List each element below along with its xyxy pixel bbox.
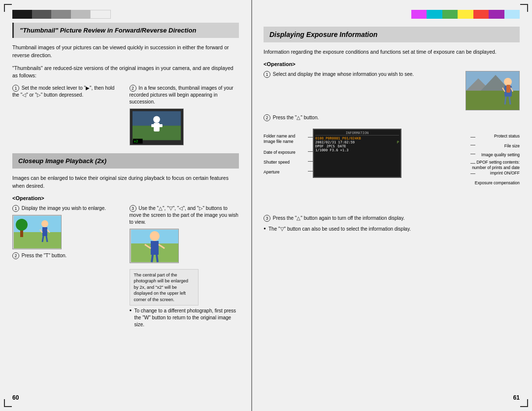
exposure-step1-row: 1 Select and display the image whose inf… (264, 71, 520, 110)
page-number-left: 60 (12, 394, 19, 401)
closeup-step1-col: 1 Display the image you wish to enlarge. (12, 205, 122, 329)
closeup-step3-image (130, 229, 179, 263)
svg-line-43 (505, 97, 506, 104)
svg-point-16 (41, 220, 48, 227)
right-panel: Displaying Exposure Information Informat… (251, 0, 532, 411)
svg-line-20 (42, 236, 43, 242)
closeup-body1: Images can be enlarged to twice their or… (12, 174, 239, 190)
svg-rect-7 (157, 124, 162, 127)
thumbnail-step1-text: 1 Set the mode select lever to "▶", then… (12, 85, 122, 99)
exposure-bullet1: The "▽" button can also be used to selec… (264, 226, 520, 233)
label-aperture: Aperture (264, 170, 280, 174)
thumbnail-svg: x2 (130, 108, 183, 145)
thumbnail-step2-text: 2 In a few seconds, thumbnail images of … (130, 85, 239, 105)
svg-rect-40 (506, 85, 510, 93)
color-block-dgray (32, 10, 52, 19)
thumbnail-step2: 2 In a few seconds, thumbnail images of … (130, 85, 239, 145)
exposure-section-header: Displaying Exposure Information (264, 27, 520, 42)
svg-point-37 (504, 78, 512, 86)
color-block-black (12, 10, 32, 19)
color-block-cyan (427, 10, 442, 19)
color-block-gray (51, 10, 71, 19)
line-quality (470, 154, 475, 154)
thumbnail-preview-image: x2 (130, 108, 184, 145)
color-strip-right-wrapper (264, 10, 520, 23)
svg-line-21 (46, 236, 47, 242)
closeup-bullet1: To change to a different photograph, fir… (130, 308, 239, 328)
svg-rect-6 (151, 124, 156, 127)
closeup-step1-image (12, 215, 62, 249)
svg-rect-27 (151, 241, 159, 255)
closeup-operation: <Operation> (12, 195, 239, 201)
color-strip-left (12, 10, 111, 19)
line-aperture (308, 171, 313, 171)
exposure-step1-text: 1 Select and display the image whose inf… (264, 71, 460, 78)
thumbnail-body1: Thumbnail images of your pictures can be… (12, 44, 239, 60)
info-diagram: INFORMATION 0100_P0R0001_P01/024KB 2002/… (264, 126, 520, 210)
svg-point-26 (150, 231, 160, 241)
label-folder: Folder name and Image file name (264, 134, 295, 144)
line-filesize (470, 145, 475, 145)
color-block-yellow (458, 10, 473, 19)
closeup-title: Closeup Image Playback (2x) (18, 157, 233, 165)
color-block-white (90, 10, 111, 19)
svg-line-30 (152, 255, 153, 262)
closeup-steps-row1: 1 Display the image you wish to enlarge. (12, 205, 239, 329)
line-date (308, 151, 313, 152)
exposure-step2-text: 2 Press the "△" button. (264, 114, 520, 121)
thumbnail-steps: 1 Set the mode select lever to "▶", then… (12, 85, 239, 145)
line-dpof (470, 163, 475, 164)
screen-row3: DPOF2PCSDATE (315, 144, 399, 148)
step1-num: 1 (12, 85, 19, 92)
exposure-step1-text-col: 1 Select and display the image whose inf… (264, 71, 460, 110)
page-number-right: 61 (513, 394, 520, 401)
note-box: The central part of the photograph will … (130, 269, 199, 306)
svg-point-4 (153, 116, 160, 123)
thumbnail-section-header: "Thumbnail" Picture Review in Forward/Re… (12, 23, 239, 38)
color-block-purple (489, 10, 504, 19)
closeup-step3-text: 3 Use the "△", "▽", "◁", and "▷" buttons… (130, 205, 239, 226)
left-panel: "Thumbnail" Picture Review in Forward/Re… (0, 0, 251, 411)
exposure-title: Displaying Exposure Information (269, 31, 514, 38)
person-svg (13, 215, 61, 249)
label-exposure-comp: Exposure compensation (475, 180, 520, 185)
exposure-step1-image (466, 71, 520, 110)
line-folder (308, 137, 313, 137)
svg-line-44 (509, 97, 510, 104)
closeup-section-header: Closeup Image Playback (2x) (12, 153, 239, 169)
step2-num: 2 (130, 85, 136, 92)
exposure-step1-image-col (466, 71, 520, 110)
color-block-lgray (71, 10, 91, 19)
label-shutter: Shutter speed (264, 160, 290, 165)
color-block-magenta (411, 10, 427, 19)
color-strip-right (411, 10, 520, 19)
closeup-step2-text: 2 Press the "T" button. (12, 252, 122, 259)
label-date: Date of exposure (264, 150, 296, 155)
closeup-step3-col: 3 Use the "△", "▽", "◁", and "▷" buttons… (130, 205, 239, 329)
line-shutter (308, 161, 313, 162)
enlarged-person-svg (130, 229, 178, 263)
camera-info-screen: INFORMATION 0100_P0R0001_P01/024KB 2002/… (313, 129, 401, 178)
thumbnail-body2: "Thumbnails" are reduced-size versions o… (12, 65, 239, 80)
label-quality: Image quality setting (481, 152, 520, 157)
exposure-operation: <Operation> (264, 61, 520, 67)
screen-row1: 0100_P0R0001_P01/024KB (315, 137, 399, 140)
page: "Thumbnail" Picture Review in Forward/Re… (0, 0, 532, 411)
line-exposure-comp (470, 173, 475, 174)
exposure-person-svg (466, 71, 519, 110)
exposure-body1: Information regarding the exposure condi… (264, 48, 520, 56)
svg-text:x2: x2 (133, 139, 137, 143)
closeup-step1-text: 1 Display the image you wish to enlarge. (12, 205, 122, 212)
exposure-step3-text: 3 Press the "△" button again to turn off… (264, 215, 520, 222)
thumbnail-title: "Thumbnail" Picture Review in Forward/Re… (20, 27, 233, 34)
bullet-note-row: The central part of the photograph will … (130, 266, 239, 306)
thumbnail-step1: 1 Set the mode select lever to "▶", then… (12, 85, 122, 145)
screen-row4: 1/1000 F3.6 +1.3 (315, 148, 399, 152)
screen-row2: 2002/02/31 17:02:59P (315, 140, 399, 144)
svg-line-31 (157, 255, 158, 262)
color-block-red (473, 10, 489, 19)
label-filesize: File size (504, 143, 520, 148)
color-block-green (442, 10, 458, 19)
color-block-ltblue (504, 10, 520, 19)
line-protect (470, 137, 475, 137)
